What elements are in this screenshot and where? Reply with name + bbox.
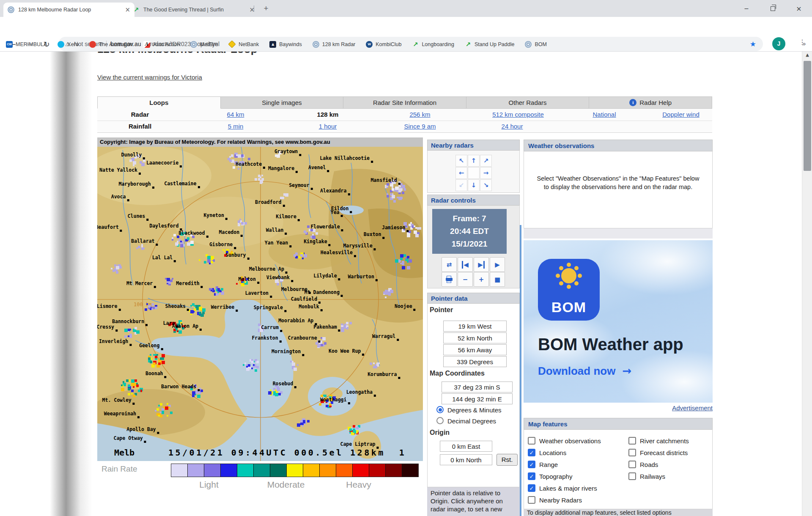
- checkbox-railways[interactable]: [628, 472, 636, 480]
- link-512-km-composite[interactable]: 512 km composite: [492, 111, 544, 118]
- tab-radar-site-information[interactable]: Radar Site Information: [343, 96, 466, 109]
- minus-button[interactable]: −: [458, 272, 473, 287]
- bookmark-128-km-radar[interactable]: 128 km Radar: [313, 41, 356, 48]
- link-64-km[interactable]: 64 km: [227, 111, 244, 118]
- pan-s-button[interactable]: ↓: [468, 179, 480, 191]
- town-label-mt-dandenong: Mt Dandenong: [304, 289, 340, 295]
- sun-icon: [561, 268, 576, 283]
- bookmark-stand-up-paddle[interactable]: ↗Stand Up Paddle: [465, 41, 515, 48]
- link-since-9-am[interactable]: Since 9 am: [404, 123, 436, 130]
- town-label-seymour: Seymour: [289, 182, 309, 188]
- tab-forum-thread[interactable]: ↗ The Good Evening Thread | Surfin ×: [129, 3, 259, 17]
- link-doppler-wind[interactable]: Doppler wind: [662, 111, 700, 118]
- new-tab-button[interactable]: +: [261, 3, 272, 14]
- sail-favicon: ▲: [269, 41, 276, 48]
- pan-sw-button[interactable]: ↙: [455, 179, 467, 191]
- town-label-caulfield: Caulfield: [291, 296, 317, 302]
- degrees-minutes-radio[interactable]: [436, 406, 444, 413]
- pan-n-button[interactable]: ↑: [468, 155, 480, 167]
- town-label-frankston: Frankston: [252, 335, 278, 341]
- bookmark-the-australian[interactable]: The Australian: [89, 41, 133, 48]
- restore-button[interactable]: [760, 0, 786, 17]
- stop-button[interactable]: ■: [490, 272, 505, 287]
- map-status-line: Melb 15/01/21 09:44UTC 000.5el 128km 1: [97, 447, 423, 459]
- bookmark-baywinds[interactable]: ▲Baywinds: [269, 41, 302, 48]
- bookmark-kombiclub[interactable]: WKombiClub: [366, 41, 401, 48]
- radar-controls-header: Radar controls: [427, 195, 520, 206]
- bom-app-advertisement[interactable]: BOM BOM Weather app Download now→: [524, 240, 713, 403]
- map-station-label: Melb: [114, 447, 134, 458]
- checkbox-label: Forecast districts: [640, 449, 688, 456]
- radar-map[interactable]: 100 km DunollyLaanecoorieGraytownLake Ni…: [97, 137, 423, 461]
- tab-label: Single images: [262, 99, 302, 106]
- tab-radar-loop[interactable]: 128 km Melbourne Radar Loop ×: [3, 3, 134, 17]
- nearby-radars-pad: ↖↑↗←→↙↓↘: [455, 155, 492, 191]
- download-now-link[interactable]: Download now→: [538, 365, 631, 378]
- link-5-min[interactable]: 5 min: [228, 123, 244, 130]
- scrollbar-thumb[interactable]: [804, 61, 811, 171]
- bookmarks-overflow-button[interactable]: »: [802, 37, 806, 51]
- town-label-mornington: Mornington: [272, 349, 301, 354]
- skip-start-button[interactable]: ◀: [458, 257, 473, 272]
- reset-origin-button[interactable]: Rst.: [497, 454, 518, 466]
- bookmark-merimbula[interactable]: CWMERIMBULA: [6, 41, 47, 48]
- tab-other-radars[interactable]: Other Radars: [466, 96, 590, 109]
- tab-radar-help[interactable]: iRadar Help: [589, 96, 712, 109]
- pan-se-button[interactable]: ↘: [480, 179, 492, 191]
- minimize-button[interactable]: –: [733, 0, 760, 17]
- checkbox-topography[interactable]: ✓: [528, 472, 535, 480]
- bookmark-meteye[interactable]: MetEye: [190, 41, 218, 48]
- checkbox-nearby-radars[interactable]: [528, 496, 535, 504]
- browser-toolbar: ← → ↻ ⚠ Not secure bom.gov.au/products/I…: [0, 17, 812, 37]
- close-window-button[interactable]: ×: [786, 0, 812, 17]
- radar-favicon: [8, 6, 14, 13]
- link-1-hour[interactable]: 1 hour: [319, 123, 337, 130]
- loop-button[interactable]: ⇄: [442, 257, 457, 272]
- checkbox-roads[interactable]: [628, 461, 636, 468]
- scrollbar-up-arrow[interactable]: ▲: [802, 52, 812, 57]
- checkbox-lakes-major-rivers[interactable]: ✓: [528, 484, 535, 492]
- checkbox-river-catchments[interactable]: [628, 437, 636, 445]
- tab-single-images[interactable]: Single images: [221, 96, 344, 109]
- kombi-favicon: W: [366, 41, 373, 48]
- link-128-km: 128 km: [317, 111, 339, 118]
- link-256-km[interactable]: 256 km: [409, 111, 430, 118]
- bookmark-longboarding[interactable]: ↗Longboarding: [412, 41, 454, 48]
- xero-favicon: [58, 41, 64, 48]
- bookmark-netbank[interactable]: NetBank: [228, 41, 259, 47]
- advertisement-link[interactable]: Advertisement: [524, 404, 713, 412]
- bookmark-bom[interactable]: BOM: [525, 41, 546, 48]
- map-features-right-column: River catchmentsForecast districtsRoadsR…: [628, 435, 689, 482]
- legend-label-light: Light: [199, 480, 219, 490]
- print-button[interactable]: [442, 272, 457, 287]
- map-timestamp-label: 15/01/21 09:44UTC 000.5el 128km 1: [168, 447, 406, 458]
- map-features-footer: To display additional map features, sele…: [524, 509, 713, 516]
- bookmark-label: 128 km Radar: [322, 41, 356, 47]
- town-label-geelong: Geelong: [139, 343, 159, 349]
- decimal-degrees-radio[interactable]: [436, 417, 444, 424]
- scrollbar[interactable]: ▲: [802, 52, 812, 516]
- pan-nw-button[interactable]: ↖: [455, 155, 467, 167]
- checkbox-weather-observations[interactable]: [528, 437, 535, 445]
- tab-loops[interactable]: Loops: [97, 96, 221, 109]
- skip-end-button[interactable]: ▶: [474, 257, 489, 272]
- printer-icon: [446, 278, 453, 281]
- checkbox-forecast-districts[interactable]: [628, 449, 636, 456]
- town-label-weeaproinah: Weeaproinah: [104, 411, 136, 417]
- plus-button[interactable]: +: [474, 272, 489, 287]
- checkbox-locations[interactable]: ✓: [528, 449, 535, 456]
- town-label-cressy: Cressy: [97, 324, 114, 330]
- link-24-hour[interactable]: 24 hour: [502, 123, 523, 130]
- checkbox-range[interactable]: ✓: [528, 461, 535, 468]
- zoom-controls-row: −+■: [442, 272, 505, 287]
- radar-favicon: [313, 41, 319, 48]
- bookmark-label: MetEye: [200, 41, 218, 47]
- play-button[interactable]: ▶: [490, 257, 505, 272]
- pan-ne-button[interactable]: ↗: [480, 155, 492, 167]
- bookmark-auto-action[interactable]: AAuto Action: [143, 41, 180, 48]
- pan-w-button[interactable]: ←: [455, 167, 467, 179]
- pan-e-button[interactable]: →: [480, 167, 492, 179]
- current-warnings-link[interactable]: View the current warnings for Victoria: [97, 74, 202, 81]
- bookmark-xero[interactable]: Xero: [58, 41, 78, 48]
- link-national[interactable]: National: [593, 111, 616, 118]
